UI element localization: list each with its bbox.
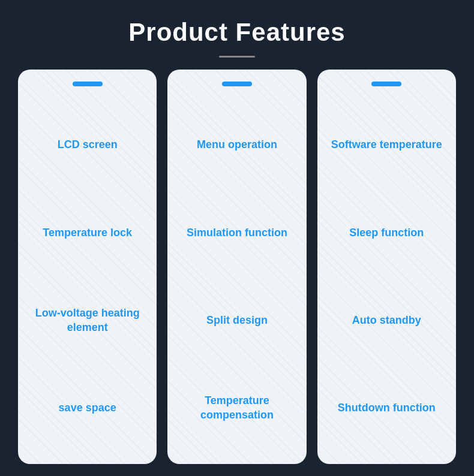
page-title: Product Features: [128, 18, 345, 47]
title-divider: [219, 56, 255, 58]
item-low-voltage: Low-voltage heating element: [24, 277, 151, 364]
item-auto-standby: Auto standby: [323, 277, 450, 364]
item-lcd: LCD screen: [24, 101, 151, 189]
item-split: Split design: [173, 277, 300, 364]
card-2: Menu operationSimulation functionSplit d…: [167, 70, 306, 464]
card-1-tab: [73, 82, 103, 86]
card-1: LCD screenTemperature lockLow-voltage he…: [18, 70, 157, 464]
item-sleep: Sleep function: [323, 189, 450, 276]
cards-container: LCD screenTemperature lockLow-voltage he…: [18, 70, 456, 464]
item-temp-comp: Temperature compensation: [173, 364, 300, 452]
item-menu: Menu operation: [173, 101, 300, 189]
item-software-temp: Software temperature: [323, 101, 450, 189]
item-temp-lock: Temperature lock: [24, 189, 151, 276]
item-save-space: save space: [24, 364, 151, 452]
card-3-tab: [371, 82, 401, 86]
card-2-tab: [222, 82, 252, 86]
item-shutdown: Shutdown function: [323, 364, 450, 452]
item-simulation: Simulation function: [173, 189, 300, 276]
card-3: Software temperatureSleep functionAuto s…: [317, 70, 456, 464]
